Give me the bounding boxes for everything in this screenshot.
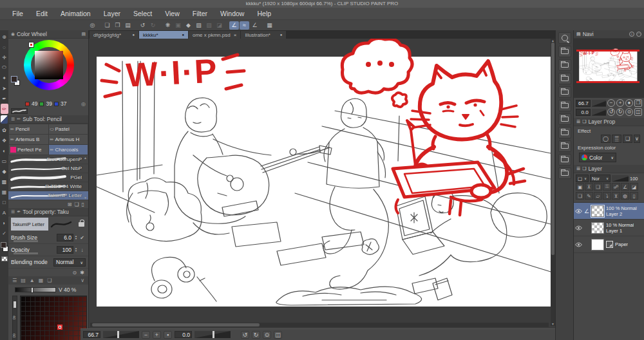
menu-animation[interactable]: Animation xyxy=(55,10,97,17)
menu-file[interactable]: File xyxy=(6,10,29,17)
lock-transparent-icon[interactable]: ▣ xyxy=(576,183,584,191)
menu-edit[interactable]: Edit xyxy=(30,10,53,17)
opacity-row[interactable]: Opacity 100 ▲▼ ↓ xyxy=(8,244,88,256)
group-charcoals[interactable]: ✏Charcoals xyxy=(49,145,88,155)
subview-icon[interactable]: ◠ xyxy=(636,32,641,37)
undo-icon[interactable]: ↺ xyxy=(138,21,147,30)
material-3d-folder-icon[interactable] xyxy=(558,113,571,125)
value-slider-thumb[interactable] xyxy=(31,287,33,293)
crop-icon[interactable]: ▧ xyxy=(194,21,204,30)
color-mode-icon[interactable]: ◎ xyxy=(81,101,86,107)
clip-to-layer-icon[interactable]: ❑ xyxy=(594,183,602,191)
opacity-minislider[interactable] xyxy=(14,252,38,254)
new-layer-icon[interactable]: ❏ xyxy=(576,192,584,200)
sub-tool-detail-icon[interactable]: ✱ xyxy=(80,270,84,276)
menu-help[interactable]: Help xyxy=(251,10,277,17)
fill-tool-icon[interactable]: ◆ xyxy=(1,166,8,176)
fit-to-screen-icon[interactable]: ▪ xyxy=(164,331,172,339)
blending-mode-dropdown[interactable]: Normal ∨ xyxy=(53,258,86,267)
snap-ruler-icon[interactable]: ∠ xyxy=(229,21,239,30)
menu-window[interactable]: Window xyxy=(214,10,250,17)
grid-icon[interactable]: ▦ xyxy=(265,21,274,30)
status-rotation-field[interactable]: 0.0 xyxy=(175,331,192,338)
blend-mode-combo[interactable]: Nor∨ xyxy=(590,175,611,182)
new-vector-layer-icon[interactable]: ✎ xyxy=(585,192,593,200)
menu-filter[interactable]: Filter xyxy=(187,10,213,17)
scroll-up-icon[interactable]: ▲ xyxy=(551,39,555,42)
duplicate-subtool-icon[interactable]: ❏ xyxy=(74,202,79,207)
new-folder-icon[interactable]: ▱ xyxy=(594,192,602,200)
quick-access-icon[interactable] xyxy=(558,32,571,44)
status-rotation-slider[interactable] xyxy=(194,331,231,338)
h-scroll-thumb[interactable] xyxy=(92,323,260,326)
nav-actual-size-icon[interactable]: ❐ xyxy=(634,99,642,107)
hue-marker[interactable] xyxy=(29,42,33,47)
layer-thumbnail[interactable] xyxy=(591,222,604,234)
border-effect-icon[interactable]: ◯ xyxy=(601,135,611,143)
layer-thumbnail[interactable] xyxy=(591,205,604,217)
ruler-icon[interactable]: ∠ xyxy=(621,183,629,191)
material-download-folder-icon[interactable] xyxy=(558,154,571,165)
layer-mask-icon[interactable]: ◍ xyxy=(621,192,629,200)
panel-menu-icon[interactable]: ☰ xyxy=(11,209,15,214)
mesh-icon[interactable]: ◪ xyxy=(214,21,224,30)
brush-row-free-borupen[interactable]: Free BörupenP xyxy=(8,155,88,164)
expression-color-dropdown[interactable]: Color ∨ xyxy=(579,153,616,162)
fill-icon[interactable]: ◆ xyxy=(184,21,193,30)
lock-icon[interactable]: ⚿ xyxy=(603,183,611,191)
zoom-out-icon[interactable]: − xyxy=(142,331,150,339)
reference-layer-icon[interactable]: ☍ xyxy=(612,183,620,191)
snap-grid-icon[interactable]: ∠ xyxy=(250,21,260,30)
mask-icon[interactable]: ◪ xyxy=(630,183,638,191)
opacity-stepper[interactable]: ▲▼ xyxy=(75,247,77,252)
material-pose-folder-icon[interactable] xyxy=(558,127,571,138)
panel-menu-icon[interactable]: ☰ xyxy=(11,117,15,122)
lock-icon[interactable] xyxy=(79,222,84,227)
main-color-chip[interactable] xyxy=(1,242,6,248)
visibility-eye-icon[interactable] xyxy=(575,209,582,214)
material-history-folder-icon[interactable] xyxy=(558,167,571,179)
vertical-axis-slider[interactable]: 40 60 xyxy=(12,296,17,340)
rotate-view-tool-icon[interactable]: ◌ xyxy=(1,42,8,52)
flip-horizontal-icon[interactable]: ◫ xyxy=(274,331,282,339)
saturation-value-box[interactable] xyxy=(35,51,63,79)
balloon-tool-icon[interactable]: ◗ xyxy=(1,218,8,228)
navigator-header[interactable]: ▤ Navi i ◠ xyxy=(574,30,644,39)
colorset-tab3-icon[interactable]: ▦ xyxy=(39,278,44,283)
selection-tool-icon[interactable]: ⬭ xyxy=(1,62,8,73)
scale-icon[interactable]: ▨ xyxy=(204,21,214,30)
decoration-tool-icon[interactable]: ❖ xyxy=(1,135,8,146)
zoom-tool-icon[interactable]: ⊕ xyxy=(1,32,8,42)
navigator-thumbnail[interactable] xyxy=(574,39,644,98)
operation-tool-icon[interactable]: ➤ xyxy=(1,83,8,93)
zoom-slider-thumb[interactable] xyxy=(117,331,119,338)
figure-tool-icon[interactable]: □ xyxy=(1,197,8,207)
tab-dfgdgdgfdg[interactable]: dfgdgdgfdg*● xyxy=(90,31,138,39)
rotate-right-icon[interactable]: ↻ xyxy=(252,331,260,339)
save-icon[interactable]: ▤ xyxy=(123,21,133,30)
layer-type-combo[interactable]: ▢∨ xyxy=(576,175,589,182)
tool-property-header[interactable]: ☰ ✒ Tool property: Taku xyxy=(8,208,88,216)
blending-mode-row[interactable]: Blending mode Normal ∨ xyxy=(8,256,88,269)
rotation-slider-thumb[interactable] xyxy=(213,331,214,338)
brush-size-dynamics-icon[interactable]: ✔ xyxy=(79,235,86,241)
redo-icon[interactable]: ↻ xyxy=(148,21,158,30)
brush-size-value[interactable]: 6.0 xyxy=(57,234,73,241)
material-manga-folder-icon[interactable] xyxy=(558,86,571,98)
tab-ome-x-pkmn[interactable]: ome x pkmn.psd× xyxy=(189,31,240,39)
scroll-down-icon[interactable]: ▼ xyxy=(551,322,555,326)
new-file-icon[interactable]: ❏ xyxy=(102,21,112,30)
brush-row-takumip-letter[interactable]: TakumiP Letter xyxy=(8,191,88,200)
text-tool-icon[interactable]: A xyxy=(1,207,8,218)
material-image-folder-icon[interactable] xyxy=(558,100,571,111)
panel-menu-icon[interactable]: ☰ xyxy=(12,278,17,283)
panel-menu-icon[interactable]: ☰ xyxy=(576,166,580,171)
vertical-axis-thumb[interactable] xyxy=(14,301,16,308)
add-subtool-icon[interactable]: ⊞ xyxy=(68,202,72,207)
panel-menu-icon[interactable]: ▤ xyxy=(576,32,581,37)
stroke-preview-chip[interactable] xyxy=(11,108,28,114)
brush-list-scrollbar[interactable]: ▲▼ xyxy=(82,155,88,200)
brush-tool-icon[interactable] xyxy=(1,115,8,124)
value-slider[interactable] xyxy=(15,287,56,292)
scroll-up-icon[interactable]: ▲ xyxy=(84,156,87,160)
